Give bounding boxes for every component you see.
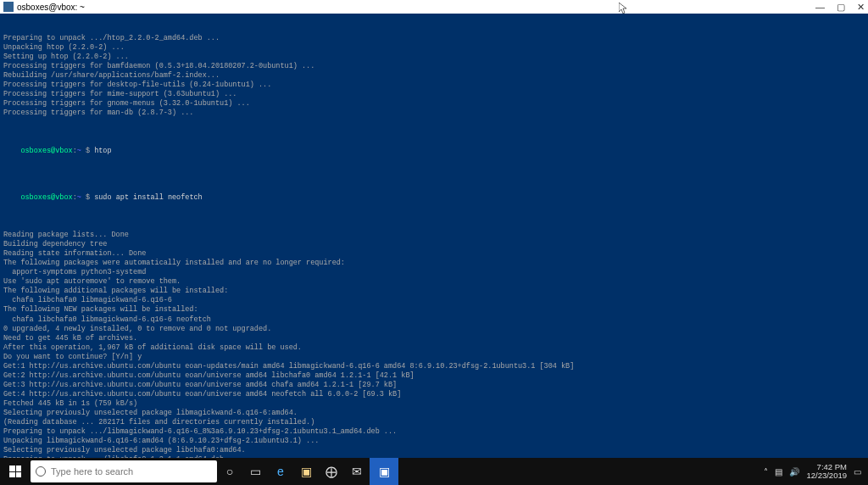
terminal-output-line: Get:2 http://us.archive.ubuntu.com/ubunt… bbox=[3, 371, 865, 381]
terminal-output-line: The following packages were automaticall… bbox=[3, 259, 865, 268]
terminal-output-line: The following NEW packages will be insta… bbox=[3, 305, 865, 315]
terminal-output-line: Get:1 http://us.archive.ubuntu.com/ubunt… bbox=[3, 362, 865, 371]
command-install-neofetch: sudo apt install neofetch bbox=[94, 193, 203, 202]
terminal-output-line: Do you want to continue? [Y/n] y bbox=[3, 353, 865, 362]
terminal-output-line: Processing triggers for bamfdaemon (0.5.… bbox=[3, 62, 865, 71]
window-title: osboxes@vbox: ~ bbox=[17, 2, 815, 13]
terminal-output-line: Building dependency tree bbox=[3, 240, 865, 249]
terminal-output-line: The following additional packages will b… bbox=[3, 287, 865, 296]
system-tray[interactable]: ˄ ▤ 🔊 7:42 PM 12/23/2019 ▭ bbox=[764, 463, 868, 481]
terminal-output-line: apport-symptoms python3-systemd bbox=[3, 268, 865, 277]
window-titlebar: osboxes@vbox: ~ — ▢ ✕ bbox=[0, 0, 868, 14]
taskbar-clock[interactable]: 7:42 PM 12/23/2019 bbox=[806, 463, 847, 481]
terminal-output-line: Reading package lists... Done bbox=[3, 231, 865, 240]
terminal-output-line: Rebuilding /usr/share/applications/bamf-… bbox=[3, 71, 865, 81]
terminal-output-line: Processing triggers for mime-support (3.… bbox=[3, 90, 865, 99]
terminal-viewport[interactable]: Preparing to unpack .../htop_2.2.0-2_amd… bbox=[0, 14, 868, 458]
terminal-output-line: After this operation, 1,967 kB of additi… bbox=[3, 343, 865, 353]
mail-icon[interactable]: ✉ bbox=[344, 458, 370, 485]
maximize-button[interactable]: ▢ bbox=[837, 1, 845, 13]
command-htop: htop bbox=[94, 147, 111, 155]
terminal-output-line: 0 upgraded, 4 newly installed, 0 to remo… bbox=[3, 325, 865, 334]
windows-logo-icon bbox=[9, 465, 21, 477]
minimize-button[interactable]: — bbox=[815, 1, 825, 13]
terminal-output-line: Fetched 445 kB in 1s (759 kB/s) bbox=[3, 399, 865, 409]
start-button[interactable] bbox=[0, 458, 31, 485]
edge-icon[interactable]: e bbox=[268, 458, 293, 485]
tray-chevron-icon[interactable]: ˄ bbox=[764, 466, 768, 477]
volume-icon[interactable]: 🔊 bbox=[789, 466, 799, 477]
terminal-output-line: Reading state information... Done bbox=[3, 249, 865, 259]
file-explorer-icon[interactable]: ▣ bbox=[293, 458, 319, 485]
terminal-output-line: Get:4 http://us.archive.ubuntu.com/ubunt… bbox=[3, 390, 865, 399]
store-icon[interactable]: ⨁ bbox=[319, 458, 344, 485]
terminal-output-line: chafa libchafa0 libmagickwand-6.q16-6 ne… bbox=[3, 315, 865, 325]
terminal-output-line: Processing triggers for desktop-file-uti… bbox=[3, 81, 865, 90]
terminal-output-line: Use 'sudo apt autoremove' to remove them… bbox=[3, 277, 865, 287]
terminal-output-line: Processing triggers for gnome-menus (3.3… bbox=[3, 99, 865, 109]
close-button[interactable]: ✕ bbox=[857, 1, 865, 13]
prompt-user: osboxes@vbox bbox=[20, 147, 72, 155]
network-icon[interactable]: ▤ bbox=[775, 466, 782, 477]
terminal-output-line: Processing triggers for man-db (2.8.7-3)… bbox=[3, 109, 865, 118]
terminal-output-line: Preparing to unpack .../htop_2.2.0-2_amd… bbox=[3, 34, 865, 43]
terminal-output-line: Selecting previously unselected package … bbox=[3, 409, 865, 418]
taskbar-search[interactable]: Type here to search bbox=[31, 460, 217, 482]
notifications-icon[interactable]: ▭ bbox=[854, 466, 861, 477]
windows-taskbar: Type here to search ○ ▭ e ▣ ⨁ ✉ ▣ ˄ ▤ 🔊 … bbox=[0, 458, 868, 485]
terminal-output-line: Get:3 http://us.archive.ubuntu.com/ubunt… bbox=[3, 381, 865, 390]
terminal-output-line: Need to get 445 kB of archives. bbox=[3, 334, 865, 343]
terminal-output-line: Preparing to unpack .../libmagickwand-6.… bbox=[3, 427, 865, 437]
cortana-icon[interactable]: ○ bbox=[217, 458, 242, 485]
terminal-output-line: Setting up htop (2.2.0-2) ... bbox=[3, 53, 865, 62]
task-view-icon[interactable]: ▭ bbox=[242, 458, 268, 485]
terminal-output-line: Selecting previously unselected package … bbox=[3, 446, 865, 455]
terminal-taskbar-icon[interactable]: ▣ bbox=[370, 458, 398, 485]
terminal-output-line: (Reading database ... 282171 files and d… bbox=[3, 418, 865, 427]
terminal-output-line: Unpacking libmagickwand-6.q16-6:amd64 (8… bbox=[3, 437, 865, 446]
app-icon bbox=[3, 2, 14, 12]
terminal-output-line: Unpacking htop (2.2.0-2) ... bbox=[3, 43, 865, 53]
terminal-output-line: chafa libchafa0 libmagickwand-6.q16-6 bbox=[3, 296, 865, 305]
search-icon bbox=[36, 466, 46, 477]
